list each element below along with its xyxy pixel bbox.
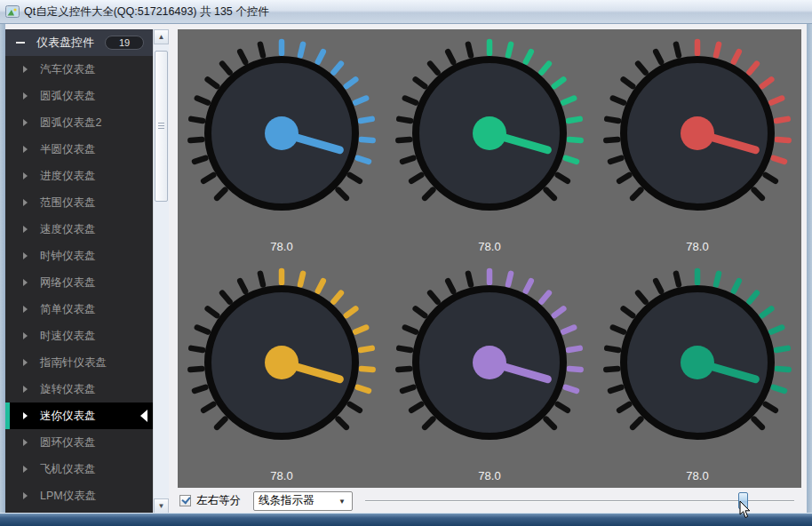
gauge-cell-gauge-red[interactable]: 78.0 (593, 29, 801, 259)
sidebar-item-11[interactable]: 时速仪表盘 (5, 323, 153, 349)
window-frame-right (807, 23, 812, 526)
collapse-icon (16, 42, 25, 44)
gauge-value: 78.0 (478, 469, 500, 482)
window-frame-bottom (0, 513, 812, 526)
sidebar-item-13[interactable]: 旋转仪表盘 (5, 376, 153, 402)
expand-arrow-icon (23, 332, 28, 339)
gauge-dial (392, 265, 587, 460)
bottom-bar: 左右等分 线条指示器 ▼ (178, 488, 801, 514)
scroll-up-button[interactable]: ▲ (154, 29, 169, 44)
app-window: Qt自定义控件大全(QQ:517216493) 共 135 个控件 ✕ 仪表盘控… (0, 0, 812, 526)
sidebar-scrollbar[interactable]: ▲ ▼ (153, 29, 169, 514)
expand-arrow-icon (23, 252, 28, 259)
sidebar-item-2[interactable]: 圆弧仪表盘 (5, 83, 153, 109)
gauge-value: 78.0 (686, 469, 708, 482)
scrollbar-thumb[interactable] (155, 51, 168, 202)
expand-arrow-icon (23, 412, 28, 419)
sidebar-item-6[interactable]: 范围仪表盘 (5, 189, 153, 216)
indicator-select[interactable]: 线条指示器 ▼ (253, 491, 353, 511)
main-area: 78.078.078.078.078.078.0 左右等分 线条指示器 ▼ (178, 29, 801, 514)
expand-arrow-icon (23, 439, 28, 446)
expand-arrow-icon (23, 172, 28, 179)
sidebar-item-9[interactable]: 网络仪表盘 (5, 269, 153, 296)
sidebar-item-14[interactable]: 迷你仪表盘 (5, 402, 153, 429)
sidebar-item-label: 圆弧仪表盘2 (40, 116, 101, 131)
expand-arrow-icon (23, 119, 28, 126)
gauge-value: 78.0 (686, 240, 708, 253)
sidebar-item-1[interactable]: 汽车仪表盘 (5, 56, 153, 83)
expand-arrow-icon (23, 146, 28, 153)
gauge-value: 78.0 (270, 240, 292, 253)
sidebar-item-label: 半圆仪表盘 (40, 142, 96, 157)
mouse-cursor-icon (739, 501, 752, 519)
sidebar-item-label: 速度仪表盘 (40, 222, 96, 237)
sidebar: 仪表盘控件 19 汽车仪表盘圆弧仪表盘圆弧仪表盘2半圆仪表盘进度仪表盘范围仪表盘… (5, 29, 169, 514)
window-frame-left (0, 23, 5, 526)
sidebar-item-5[interactable]: 进度仪表盘 (5, 163, 153, 189)
expand-arrow-icon (23, 492, 28, 499)
chevron-down-icon: ▼ (338, 497, 346, 505)
sidebar-item-7[interactable]: 速度仪表盘 (5, 216, 153, 243)
sidebar-item-label: 圆弧仪表盘 (40, 89, 96, 104)
sidebar-group-label: 仪表盘控件 (36, 35, 94, 51)
titlebar[interactable]: Qt自定义控件大全(QQ:517216493) 共 135 个控件 (0, 0, 812, 24)
window-title: Qt自定义控件大全(QQ:517216493) 共 135 个控件 (24, 4, 269, 20)
sidebar-item-4[interactable]: 半圆仪表盘 (5, 136, 153, 163)
expand-arrow-icon (23, 226, 28, 233)
gauge-cell-gauge-yellow[interactable]: 78.0 (178, 259, 386, 488)
slider-track (365, 500, 794, 502)
sidebar-item-17[interactable]: LPM仪表盘 (5, 482, 153, 509)
app-icon (5, 4, 20, 19)
sidebar-count-badge: 19 (105, 36, 144, 50)
expand-arrow-icon (23, 386, 28, 393)
indicator-select-value: 线条指示器 (259, 493, 314, 508)
sidebar-item-label: 飞机仪表盘 (40, 462, 96, 477)
sidebar-item-16[interactable]: 飞机仪表盘 (5, 456, 153, 482)
sidebar-item-3[interactable]: 圆弧仪表盘2 (5, 109, 153, 136)
expand-arrow-icon (23, 279, 28, 286)
gauge-value: 78.0 (270, 469, 292, 482)
sidebar-item-label: 时速仪表盘 (40, 329, 96, 344)
gauge-dial (600, 36, 795, 231)
sidebar-item-label: 圆环仪表盘 (40, 435, 96, 450)
sidebar-item-label: 旋转仪表盘 (40, 382, 96, 397)
expand-arrow-icon (23, 306, 28, 313)
gauge-dial (392, 36, 587, 231)
gauge-cell-gauge-green[interactable]: 78.0 (386, 29, 593, 259)
scroll-down-button[interactable]: ▼ (154, 498, 169, 514)
sidebar-item-label: 迷你仪表盘 (40, 409, 96, 424)
sidebar-item-label: 指南针仪表盘 (40, 355, 107, 371)
sidebar-item-label: 进度仪表盘 (40, 169, 96, 184)
sidebar-item-label: 时钟仪表盘 (40, 249, 96, 264)
split-checkbox-label: 左右等分 (196, 493, 241, 508)
sidebar-list: 仪表盘控件 19 汽车仪表盘圆弧仪表盘圆弧仪表盘2半圆仪表盘进度仪表盘范围仪表盘… (5, 29, 153, 514)
checkmark-icon (181, 495, 190, 505)
split-checkbox[interactable] (179, 495, 191, 506)
value-slider[interactable] (365, 491, 794, 511)
expand-arrow-icon (23, 359, 28, 366)
expand-arrow-icon (23, 466, 28, 473)
gauge-cell-gauge-purple[interactable]: 78.0 (386, 259, 593, 488)
sidebar-item-8[interactable]: 时钟仪表盘 (5, 243, 153, 269)
sidebar-group-header[interactable]: 仪表盘控件 19 (5, 29, 153, 56)
gauge-value: 78.0 (478, 240, 500, 253)
gauge-cell-gauge-teal[interactable]: 78.0 (593, 259, 801, 488)
gauge-cell-gauge-blue[interactable]: 78.0 (178, 29, 386, 259)
gauge-dial (184, 265, 379, 460)
sidebar-item-label: 范围仪表盘 (40, 195, 96, 211)
expand-arrow-icon (23, 92, 28, 100)
client-area: 仪表盘控件 19 汽车仪表盘圆弧仪表盘圆弧仪表盘2半圆仪表盘进度仪表盘范围仪表盘… (5, 23, 807, 514)
expand-arrow-icon (23, 66, 28, 73)
sidebar-item-label: 简单仪表盘 (40, 302, 96, 317)
sidebar-item-12[interactable]: 指南针仪表盘 (5, 349, 153, 376)
sidebar-item-label: 汽车仪表盘 (40, 62, 96, 77)
sidebar-item-label: 网络仪表盘 (40, 275, 96, 291)
gauge-dial (184, 36, 379, 231)
sidebar-item-15[interactable]: 圆环仪表盘 (5, 429, 153, 456)
sidebar-item-label: LPM仪表盘 (40, 489, 96, 504)
expand-arrow-icon (23, 199, 28, 206)
gauge-panel: 78.078.078.078.078.078.0 (178, 29, 801, 488)
gauge-dial (600, 265, 795, 460)
sidebar-item-10[interactable]: 简单仪表盘 (5, 296, 153, 323)
scrollbar-grip-icon (158, 123, 164, 130)
